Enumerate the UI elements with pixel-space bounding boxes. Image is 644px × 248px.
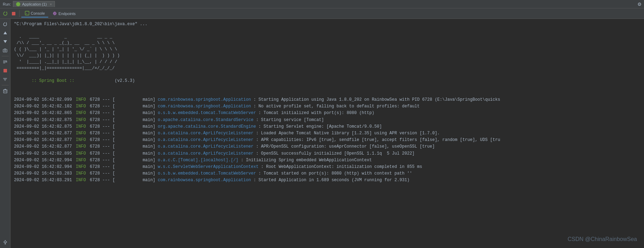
log-level: INFO [76, 137, 88, 143]
log-message: : Tomcat started on port(s): 8080 (http)… [256, 170, 412, 177]
log-thread: main] [115, 123, 158, 130]
log-class[interactable]: o.s.b.w.embedded.tomcat.TomcatWebServer [158, 110, 256, 116]
log-level: INFO [76, 157, 88, 164]
ascii-art-line: /\\ / ___'_ __ _ _(_)_ __ __ _ \ \ \ \ [14, 40, 641, 46]
log-pid: 6728 --- [ [90, 130, 115, 137]
log-message: : APR/OpenSSL configuration: useAprConne… [253, 143, 435, 150]
log-pid: 6728 --- [ [90, 177, 115, 184]
log-timestamp: 2024-09-02 16:42:02.895 [14, 150, 74, 157]
log-pid: 6728 --- [ [90, 137, 115, 143]
log-entry: 2024-09-02 16:42:02.994 INFO 6728 --- [ … [14, 164, 641, 170]
clear-button[interactable] [1, 87, 9, 95]
endpoints-tab-icon [52, 11, 57, 16]
screenshot-button[interactable] [1, 47, 9, 54]
log-entry: 2024-09-02 16:42:02.994 INFO 6728 --- [ … [14, 157, 641, 164]
tab-close-button[interactable]: × [50, 2, 52, 6]
log-entry: 2024-09-02 16:42:02.877 INFO 6728 --- [ … [14, 143, 641, 150]
log-pid: 6728 --- [ [90, 103, 115, 110]
toolbar-divider [19, 10, 20, 17]
log-entry: 2024-09-02 16:42:02.099 INFO 6728 --- [ … [14, 97, 641, 103]
log-level: INFO [76, 117, 88, 123]
log-message: : Initializing Spring embedded WebApplic… [238, 157, 372, 164]
tab-bar: Run: Application (1) × ⚙ [0, 0, 644, 8]
log-thread: main] [115, 110, 158, 116]
log-thread: main] [115, 157, 158, 164]
log-level: INFO [76, 177, 88, 184]
log-timestamp: 2024-09-02 16:42:02.099 [14, 97, 74, 103]
svg-text:>_: >_ [26, 12, 29, 15]
log-entry: 2024-09-02 16:42:03.283 INFO 6728 --- [ … [14, 170, 641, 177]
log-timestamp: 2024-09-02 16:42:02.994 [14, 157, 74, 164]
log-timestamp: 2024-09-02 16:42:02.877 [14, 130, 74, 137]
console-output[interactable]: "C:\Program Files\Java\jdk1.8.0_202\bin\… [10, 19, 644, 248]
stop-sidebar-button[interactable] [1, 67, 9, 75]
log-class[interactable]: o.s.b.w.embedded.tomcat.TomcatWebServer [158, 170, 256, 177]
log-level: INFO [76, 123, 88, 130]
log-message: : Starting Servlet engine: [Apache Tomca… [256, 123, 382, 130]
log-class[interactable]: o.a.catalina.core.AprLifecycleListener [158, 130, 253, 137]
log-entry: 2024-09-02 16:42:02.875 INFO 6728 --- [ … [14, 117, 641, 123]
log-timestamp: 2024-09-02 16:42:02.875 [14, 123, 74, 130]
log-entries: 2024-09-02 16:42:02.099 INFO 6728 --- [ … [14, 97, 641, 184]
log-class[interactable]: o.a.catalina.core.AprLifecycleListener [158, 150, 253, 157]
log-timestamp: 2024-09-02 16:42:02.877 [14, 143, 74, 150]
svg-marker-9 [3, 40, 7, 43]
log-pid: 6728 --- [ [90, 110, 115, 116]
log-level: INFO [76, 97, 88, 103]
log-entry: 2024-09-02 16:42:02.865 INFO 6728 --- [ … [14, 110, 641, 116]
stop-button[interactable] [10, 10, 17, 17]
log-class[interactable]: com.rainbowsea.springboot.Application [158, 103, 251, 110]
scroll-down-button[interactable] [1, 38, 9, 45]
settings-icon[interactable]: ⚙ [638, 1, 641, 8]
log-class[interactable]: o.a.catalina.core.AprLifecycleListener [158, 143, 253, 150]
log-pid: 6728 --- [ [90, 170, 115, 177]
wrap-button[interactable] [1, 58, 9, 66]
log-message: : Root WebApplicationContext: initializa… [258, 164, 422, 170]
svg-rect-15 [3, 69, 7, 72]
log-timestamp: 2024-09-02 16:42:02.102 [14, 103, 74, 110]
ascii-art-line: . ____ _ __ _ _ [14, 34, 641, 40]
console-tab[interactable]: >_ Console [21, 9, 48, 17]
log-thread: main] [115, 164, 158, 170]
log-class[interactable]: o.a.c.C.[Tomcat].[localhost].[/] [158, 157, 238, 164]
log-pid: 6728 --- [ [90, 123, 115, 130]
log-class[interactable]: w.s.c.ServletWebServerApplicationContext [158, 164, 258, 170]
log-thread: main] [115, 177, 158, 184]
filter-button[interactable] [1, 76, 9, 83]
log-pid: 6728 --- [ [90, 164, 115, 170]
log-thread: main] [115, 170, 158, 177]
log-class[interactable]: com.rainbowsea.springboot.Application [158, 97, 251, 103]
log-level: INFO [76, 130, 88, 137]
log-timestamp: 2024-09-02 16:42:03.283 [14, 170, 74, 177]
svg-rect-10 [3, 49, 7, 52]
console-tab-icon: >_ [25, 11, 29, 15]
ascii-art-line: \\/ ___)| |_)| | | | | || (_| | ) ) ) ) [14, 52, 641, 59]
log-pid: 6728 --- [ [90, 150, 115, 157]
log-level: INFO [76, 110, 88, 116]
scroll-up-button[interactable] [1, 29, 9, 37]
run-label: Run: [3, 2, 11, 6]
application-tab[interactable]: Application (1) × [13, 1, 55, 7]
restart-button[interactable] [1, 20, 9, 28]
spring-line: :: Spring Boot :: (v2.5.3) [14, 71, 641, 90]
log-level: INFO [76, 164, 88, 170]
log-thread: main] [115, 103, 158, 110]
endpoints-tab-label: Endpoints [58, 12, 76, 16]
log-class[interactable]: com.rainbowsea.springboot.Application [158, 177, 251, 184]
rerun-button[interactable] [1, 10, 9, 17]
log-level: INFO [76, 150, 88, 157]
endpoints-tab[interactable]: Endpoints [49, 10, 79, 17]
pin-button[interactable] [1, 238, 9, 246]
spring-label: :: Spring Boot :: [29, 78, 77, 83]
log-thread: main] [115, 143, 158, 150]
cmd-line: "C:\Program Files\Java\jdk1.8.0_202\bin\… [14, 21, 641, 27]
tab-title: Application (1) [22, 2, 46, 6]
log-entry: 2024-09-02 16:42:02.102 INFO 6728 --- [ … [14, 103, 641, 110]
log-class[interactable]: o.a.catalina.core.AprLifecycleListener [158, 137, 253, 143]
log-entry: 2024-09-02 16:42:02.877 INFO 6728 --- [ … [14, 137, 641, 143]
log-class[interactable]: o.apache.catalina.core.StandardService [158, 117, 253, 123]
toolbar: >_ Console Endpoints [0, 8, 644, 19]
log-class[interactable]: org.apache.catalina.core.StandardEngine [158, 123, 256, 130]
log-message: : APR capabilities: IPv6 [true], sendfil… [253, 137, 500, 143]
ascii-art-line: ( ( )\___ | '_ | '_| | '_ \/ _` | \ \ \ … [14, 46, 641, 52]
